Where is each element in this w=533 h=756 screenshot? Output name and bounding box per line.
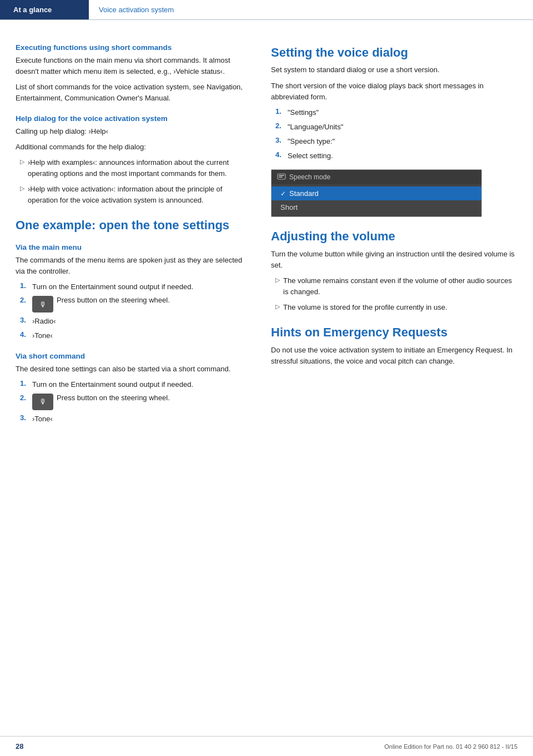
voice-dialog-step-1-num: 1. (275, 107, 288, 115)
main-content: Executing functions using short commands… (0, 20, 533, 429)
speech-mode-icon (277, 173, 286, 182)
volume-bullet-1: ▷ The volume remains constant even if th… (271, 275, 517, 298)
left-column: Executing functions using short commands… (0, 33, 261, 429)
right-column: Setting the voice dialog Set system to s… (261, 33, 533, 429)
voice-dialog-step-4-text: Select setting. (288, 150, 333, 162)
section-executing-functions: Executing functions using short commands… (16, 43, 251, 104)
speech-mode-short-label: Short (280, 203, 298, 211)
section-executing-heading: Executing functions using short commands (16, 43, 251, 52)
speech-mode-standard-label: Standard (289, 189, 319, 198)
via-main-step-4-text: ›Tone‹ (32, 330, 53, 341)
section-volume-para: Turn the volume button while giving an i… (271, 249, 517, 271)
via-main-step-3-num: 3. (20, 316, 32, 324)
voice-dialog-step-4: 4. Select setting. (271, 150, 517, 162)
via-short-step-2-text: Press button on the steering wheel. (57, 394, 170, 402)
via-main-step-2-content: 🎙 Press button on the steering wheel. (32, 296, 170, 313)
volume-bullet-2-text: The volume is stored for the profile cur… (283, 302, 447, 313)
header-left-tab: At a glance (0, 0, 89, 19)
speech-mode-body: ✓ Standard Short (271, 184, 481, 216)
via-short-step-3: 3. ›Tone‹ (16, 414, 251, 425)
page-header: At a glance Voice activation system (0, 0, 533, 20)
volume-bullet-2: ▷ The volume is stored for the profile c… (271, 302, 517, 313)
via-short-step-2-content: 🎙 Press button on the steering wheel. (32, 394, 170, 410)
via-main-step-2-text: Press button on the steering wheel. (57, 296, 170, 304)
via-short-step-1: 1. Turn on the Entertainment sound outpu… (16, 379, 251, 390)
help-bullet-2-text: ›Help with voice activation‹: informatio… (28, 184, 251, 206)
header-left-label: At a glance (13, 6, 52, 14)
via-main-menu-steps: 1. Turn on the Entertainment sound outpu… (16, 281, 251, 341)
footer-online-text: Online Edition for Part no. 01 40 2 960 … (384, 743, 517, 750)
via-short-step-2: 2. 🎙 Press button on the steering wheel. (16, 394, 251, 410)
section-example-heading: One example: open the tone settings (16, 218, 251, 233)
voice-dialog-step-2-num: 2. (275, 122, 288, 130)
section-voice-dialog: Setting the voice dialog Set system to s… (271, 46, 517, 217)
voice-dialog-step-2: 2. "Language/Units" (271, 122, 517, 133)
microphone-icon: 🎙 (39, 300, 47, 309)
via-main-step-1: 1. Turn on the Entertainment sound outpu… (16, 281, 251, 293)
section-emergency-heading: Hints on Emergency Requests (271, 325, 517, 340)
speech-mode-short: Short (271, 200, 481, 214)
voice-dialog-steps: 1. "Settings" 2. "Language/Units" 3. "Sp… (271, 107, 517, 162)
speech-mode-header-label: Speech mode (289, 173, 330, 181)
via-main-step-1-num: 1. (20, 281, 32, 290)
bullet-arrow-icon-2: ▷ (20, 185, 24, 192)
section-voice-dialog-para1: Set system to standard dialog or use a s… (271, 64, 517, 75)
via-main-step-1-text: Turn on the Entertainment sound output i… (32, 281, 193, 293)
volume-bullet-arrow-1: ▷ (275, 276, 280, 284)
section-help-additional: Additional commands for the help dialog: (16, 142, 251, 153)
section-executing-para1: Execute functions on the main menu via s… (16, 55, 251, 77)
header-right-label: Voice activation system (99, 6, 174, 14)
checkmark-icon: ✓ (280, 190, 286, 198)
via-short-step-1-num: 1. (20, 379, 32, 387)
section-example: One example: open the tone settings Via … (16, 218, 251, 425)
header-right-tab: Voice activation system (89, 0, 184, 19)
section-via-short-cmd-para: The desired tone settings can also be st… (16, 364, 251, 375)
section-emergency-para: Do not use the voice activation system t… (271, 345, 517, 367)
microphone-icon-2: 🎙 (39, 397, 47, 406)
voice-dialog-step-1-text: "Settings" (288, 107, 319, 118)
voice-dialog-step-2-text: "Language/Units" (288, 122, 343, 133)
via-main-step-3: 3. ›Radio‹ (16, 316, 251, 327)
via-main-step-3-text: ›Radio‹ (32, 316, 56, 327)
page-number: 28 (16, 742, 23, 750)
via-main-step-4-num: 4. (20, 330, 32, 339)
via-main-step-4: 4. ›Tone‹ (16, 330, 251, 341)
button-box: 🎙 (32, 296, 53, 313)
help-bullet-1: ▷ ›Help with examples‹: announces inform… (16, 157, 251, 179)
via-short-step-2-num: 2. (20, 394, 32, 402)
section-adjusting-volume: Adjusting the volume Turn the volume but… (271, 229, 517, 313)
help-bullet-1-text: ›Help with examples‹: announces informat… (28, 157, 251, 179)
bullet-arrow-icon-1: ▷ (20, 158, 24, 165)
via-main-step-2: 2. 🎙 Press button on the steering wheel. (16, 296, 251, 313)
volume-bullet-arrow-2: ▷ (275, 303, 280, 310)
svg-rect-1 (279, 175, 284, 176)
section-emergency: Hints on Emergency Requests Do not use t… (271, 325, 517, 367)
section-help-heading: Help dialog for the voice activation sys… (16, 114, 251, 123)
section-via-main-menu-heading: Via the main menu (16, 243, 251, 251)
button-box-2: 🎙 (32, 394, 53, 410)
via-short-step-3-text: ›Tone‹ (32, 414, 53, 425)
section-voice-dialog-heading: Setting the voice dialog (271, 46, 517, 60)
voice-dialog-step-3-num: 3. (275, 136, 288, 144)
steering-wheel-button-icon-2: 🎙 (32, 394, 53, 410)
section-via-main-menu-para: The commands of the menu items are spoke… (16, 255, 251, 277)
page-footer: 28 Online Edition for Part no. 01 40 2 9… (0, 736, 533, 756)
section-via-short-cmd-heading: Via short command (16, 352, 251, 360)
via-main-step-2-num: 2. (20, 296, 32, 304)
via-short-cmd-steps: 1. Turn on the Entertainment sound outpu… (16, 379, 251, 425)
section-help-dialog: Help dialog for the voice activation sys… (16, 114, 251, 206)
via-short-step-1-text: Turn on the Entertainment sound output i… (32, 379, 193, 390)
speech-mode-standard: ✓ Standard (271, 187, 481, 200)
voice-dialog-step-1: 1. "Settings" (271, 107, 517, 118)
svg-rect-2 (279, 177, 283, 178)
via-short-step-3-num: 3. (20, 414, 32, 422)
steering-wheel-button-icon: 🎙 (32, 296, 53, 313)
section-voice-dialog-para2: The short version of the voice dialog pl… (271, 80, 517, 103)
section-help-calling: Calling up help dialog: ›Help‹ (16, 126, 251, 137)
voice-dialog-step-4-num: 4. (275, 150, 288, 159)
speech-mode-screenshot: Speech mode ✓ Standard Short (271, 169, 482, 217)
voice-dialog-step-3-text: "Speech type:" (288, 136, 335, 147)
help-bullet-2: ▷ ›Help with voice activation‹: informat… (16, 184, 251, 206)
voice-dialog-step-3: 3. "Speech type:" (271, 136, 517, 147)
section-executing-para2: List of short commands for the voice act… (16, 82, 251, 104)
